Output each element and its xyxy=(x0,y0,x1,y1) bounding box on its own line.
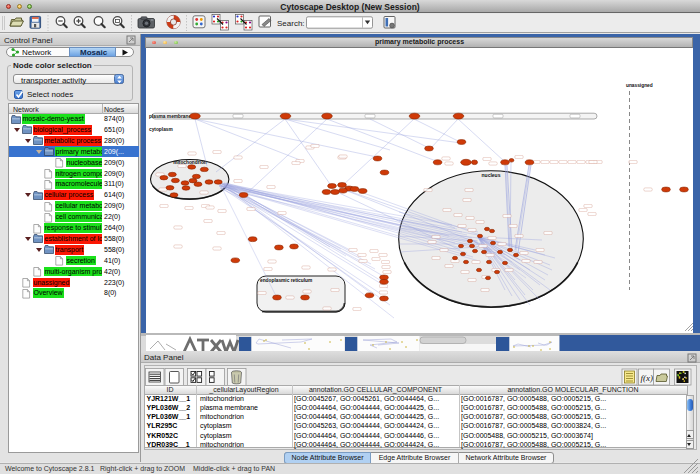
svg-text:f(x): f(x) xyxy=(641,373,654,383)
